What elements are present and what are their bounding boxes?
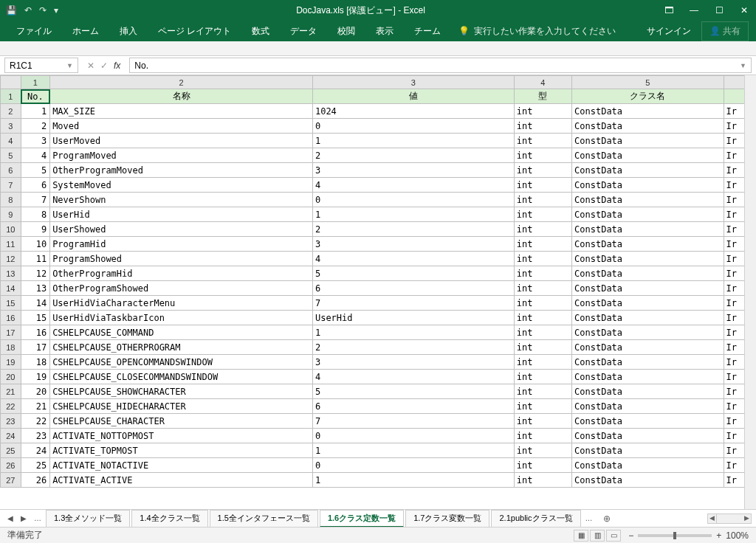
- cell[interactable]: ConstData: [572, 311, 724, 325]
- sheet-tab[interactable]: 1.7クラス変数一覧: [405, 510, 489, 528]
- save-icon[interactable]: 💾: [6, 5, 17, 15]
- cell[interactable]: 8: [21, 207, 50, 222]
- cell[interactable]: 19: [21, 370, 50, 384]
- cell[interactable]: Ir: [724, 104, 744, 119]
- ribbon-options-icon[interactable]: 🗖: [663, 5, 675, 15]
- zoom-in-button[interactable]: +: [716, 530, 721, 541]
- cell[interactable]: int: [514, 252, 571, 266]
- cell[interactable]: ProgramHid: [50, 237, 313, 252]
- cell[interactable]: 3: [312, 163, 514, 178]
- cell[interactable]: int: [514, 443, 571, 458]
- cell[interactable]: Ir: [724, 473, 744, 488]
- cell[interactable]: Ir: [724, 178, 744, 193]
- row-header[interactable]: 13: [1, 266, 21, 281]
- cell[interactable]: ConstData: [572, 473, 724, 488]
- cell[interactable]: int: [514, 281, 571, 296]
- cell[interactable]: Ir: [724, 311, 744, 325]
- view-pagebreak-icon[interactable]: ▭: [606, 530, 621, 542]
- cell[interactable]: 26: [21, 473, 50, 488]
- cell[interactable]: Ir: [724, 325, 744, 340]
- row-header[interactable]: 18: [1, 340, 21, 355]
- cell[interactable]: CSHELPCAUSE_CLOSECOMMANDSWINDOW: [50, 370, 313, 384]
- cell[interactable]: Ir: [724, 384, 744, 399]
- tell-me[interactable]: 💡 実行したい作業を入力してください: [458, 25, 616, 38]
- expand-formula-icon[interactable]: ▼: [740, 62, 746, 69]
- cell[interactable]: 25: [21, 458, 50, 473]
- cell[interactable]: ConstData: [572, 370, 724, 384]
- cell[interactable]: ConstData: [572, 399, 724, 414]
- cell[interactable]: ConstData: [572, 134, 724, 148]
- column-header[interactable]: 5: [572, 76, 724, 89]
- cell[interactable]: 17: [21, 340, 50, 355]
- row-header[interactable]: 23: [1, 414, 21, 429]
- cell[interactable]: int: [514, 266, 571, 281]
- cell[interactable]: ConstData: [572, 429, 724, 443]
- cell[interactable]: int: [514, 193, 571, 207]
- cell[interactable]: CSHELPCAUSE_COMMAND: [50, 325, 313, 340]
- cell[interactable]: 15: [21, 311, 50, 325]
- cell[interactable]: 0: [312, 119, 514, 134]
- tab-data[interactable]: データ: [281, 22, 326, 41]
- name-box[interactable]: R1C1 ▼: [4, 58, 78, 73]
- cell[interactable]: 7: [312, 414, 514, 429]
- row-header[interactable]: 16: [1, 311, 21, 325]
- cell[interactable]: ACTIVATE_ACTIVE: [50, 473, 313, 488]
- cell[interactable]: 1: [312, 325, 514, 340]
- cell[interactable]: CSHELPCAUSE_CHARACTER: [50, 414, 313, 429]
- sheet-more-icon[interactable]: …: [583, 514, 596, 522]
- cell[interactable]: 20: [21, 384, 50, 399]
- cell[interactable]: Ir: [724, 458, 744, 473]
- row-header[interactable]: 19: [1, 355, 21, 370]
- column-header[interactable]: 4: [514, 76, 571, 89]
- cell[interactable]: int: [514, 163, 571, 178]
- cell[interactable]: UserHidViaCharacterMenu: [50, 296, 313, 311]
- sheet-tab[interactable]: 1.5全インタフェース一覧: [210, 510, 318, 528]
- cell[interactable]: 12: [21, 266, 50, 281]
- cell[interactable]: ConstData: [572, 104, 724, 119]
- cell[interactable]: ConstData: [572, 296, 724, 311]
- cell[interactable]: 値: [312, 89, 514, 104]
- cell[interactable]: Ir: [724, 370, 744, 384]
- cell[interactable]: ProgramMoved: [50, 148, 313, 163]
- cell[interactable]: 2: [312, 222, 514, 237]
- cell[interactable]: 11: [21, 252, 50, 266]
- select-all-corner[interactable]: [1, 76, 21, 89]
- zoom-level[interactable]: 100%: [726, 530, 749, 541]
- cell[interactable]: ConstData: [572, 119, 724, 134]
- cell[interactable]: 23: [21, 429, 50, 443]
- cell[interactable]: 13: [21, 281, 50, 296]
- cell[interactable]: 2: [312, 340, 514, 355]
- cell[interactable]: ConstData: [572, 443, 724, 458]
- row-header[interactable]: 8: [1, 193, 21, 207]
- cell[interactable]: 3: [21, 134, 50, 148]
- maximize-icon[interactable]: ☐: [713, 5, 725, 15]
- cell[interactable]: Ir: [724, 148, 744, 163]
- zoom-out-button[interactable]: −: [628, 530, 633, 541]
- row-header[interactable]: 24: [1, 429, 21, 443]
- cell[interactable]: CSHELPCAUSE_OPENCOMMANDSWINDOW: [50, 355, 313, 370]
- cell[interactable]: Moved: [50, 119, 313, 134]
- row-header[interactable]: 1: [1, 89, 21, 104]
- cell[interactable]: ConstData: [572, 193, 724, 207]
- cell[interactable]: 0: [312, 429, 514, 443]
- cell[interactable]: Ir: [724, 296, 744, 311]
- cell[interactable]: int: [514, 399, 571, 414]
- cell[interactable]: 2: [312, 148, 514, 163]
- column-header[interactable]: 3: [312, 76, 514, 89]
- cell[interactable]: 3: [312, 237, 514, 252]
- cell[interactable]: 21: [21, 399, 50, 414]
- cell[interactable]: ConstData: [572, 340, 724, 355]
- cell[interactable]: 6: [21, 178, 50, 193]
- cell[interactable]: int: [514, 384, 571, 399]
- cell[interactable]: 1: [312, 473, 514, 488]
- row-header[interactable]: 10: [1, 222, 21, 237]
- row-header[interactable]: 20: [1, 370, 21, 384]
- cell[interactable]: 1: [312, 134, 514, 148]
- sheet-tab[interactable]: 2.1publicクラス一覧: [491, 510, 580, 528]
- tab-review[interactable]: 校閲: [329, 22, 364, 41]
- sheet-tab[interactable]: 1.6クラス定数一覧: [320, 510, 404, 528]
- signin-button[interactable]: サインイン: [639, 22, 698, 41]
- zoom-slider[interactable]: [638, 534, 712, 537]
- sheet-tab[interactable]: 1.3全メソッド一覧: [46, 510, 130, 528]
- cell[interactable]: int: [514, 134, 571, 148]
